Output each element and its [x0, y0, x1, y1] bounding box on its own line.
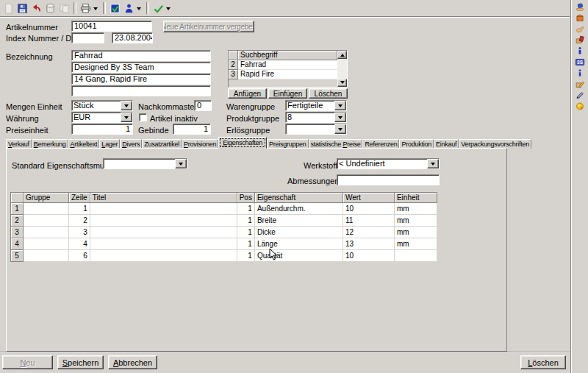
pen-icon[interactable] [574, 90, 585, 100]
hand-icon[interactable] [574, 24, 585, 34]
row-number-cell[interactable]: 2 [229, 60, 238, 70]
table-cell[interactable]: Qualität [254, 250, 343, 262]
werkstoff-combo[interactable]: < Undefiniert [337, 158, 440, 169]
dropdown-arrow-icon[interactable] [121, 113, 132, 122]
table-cell[interactable]: 2 [69, 215, 90, 227]
table-cell[interactable]: mm [394, 203, 437, 215]
suchbegriff-row[interactable]: 3Rapid Fire [229, 70, 337, 79]
table-cell[interactable] [24, 238, 69, 250]
print-icon[interactable] [79, 2, 93, 15]
table-cell[interactable]: 10 [343, 250, 394, 262]
row-number-cell[interactable]: 1 [11, 203, 24, 215]
scroll-down-icon[interactable] [337, 79, 347, 87]
table-cell[interactable] [90, 238, 237, 250]
table-cell[interactable]: 6 [69, 250, 90, 262]
user-icon[interactable] [122, 2, 136, 15]
table-cell[interactable]: 1 [69, 203, 90, 215]
suchbegriff-cell[interactable]: Fahrrad [238, 60, 337, 70]
bezeichnung-field-1[interactable]: Fahrrad [71, 50, 211, 61]
waehrung-combo[interactable]: EUR [71, 112, 133, 123]
confirm-check-icon[interactable] [151, 2, 165, 15]
save-icon[interactable] [15, 2, 29, 15]
suchbegriff-scrollbar[interactable] [337, 51, 347, 87]
info-icon[interactable] [574, 68, 585, 78]
produktgruppe-combo[interactable]: 8 [285, 112, 347, 123]
table-cell[interactable] [24, 203, 69, 215]
table-cell[interactable] [394, 250, 437, 262]
standard-eigenschaftsmuster-combo[interactable] [103, 158, 187, 169]
undo-icon[interactable] [29, 2, 43, 15]
row-number-cell[interactable]: 5 [11, 250, 24, 262]
table-cell[interactable] [24, 250, 69, 262]
erloesgruppe-combo[interactable] [285, 124, 347, 135]
hand-holding-item-icon[interactable] [574, 2, 585, 12]
package-book-icon[interactable] [574, 35, 585, 45]
mengen-einheit-combo[interactable]: Stück [71, 100, 133, 111]
table-cell[interactable]: 12 [343, 227, 394, 238]
table-cell[interactable] [24, 215, 69, 227]
dropdown-arrow-icon[interactable] [121, 101, 132, 110]
table-cell[interactable]: mm [394, 227, 437, 238]
artikelnummer-field[interactable]: 10041 [71, 21, 152, 32]
table-cell[interactable]: Dicke [254, 227, 343, 238]
table-cell[interactable]: mm [394, 238, 437, 250]
validate-checkbox-icon[interactable] [108, 2, 122, 15]
scroll-up-icon[interactable] [337, 51, 347, 59]
nachkommastellen-field[interactable]: 0 [194, 100, 212, 111]
table-cell[interactable]: Breite [254, 215, 343, 227]
bezeichnung-field-3[interactable]: 14 Gang, Rapid Fire [71, 74, 211, 85]
row-number-cell[interactable]: 2 [11, 215, 24, 227]
table-cell[interactable]: 1 [237, 227, 254, 238]
bezeichnung-field-2[interactable]: Designed By 3S Team [71, 62, 211, 73]
table-cell[interactable]: mm [394, 215, 437, 227]
package-edit-icon[interactable] [574, 79, 585, 89]
table-cell[interactable]: Länge [254, 238, 343, 250]
dropdown-arrow-icon[interactable] [334, 101, 346, 110]
gebinde-field[interactable]: 1 [173, 124, 211, 135]
speichern-button[interactable]: Speichern [57, 355, 104, 369]
warengruppe-combo[interactable]: Fertigteile [285, 100, 347, 111]
row-number-cell[interactable]: 3 [229, 70, 238, 79]
abmessungen-field[interactable] [337, 174, 440, 185]
row-number-cell[interactable]: 3 [11, 227, 24, 238]
table-cell[interactable] [90, 250, 237, 262]
suchbegriff-row[interactable]: 2Fahrrad [229, 60, 337, 70]
dropdown-arrow-icon[interactable] [427, 159, 439, 168]
table-cell[interactable]: Außendurchm. [254, 203, 343, 215]
bezeichnung-field-4[interactable] [71, 85, 211, 96]
tab-eigenschaften[interactable]: Eigenschaften [218, 137, 267, 149]
table-cell[interactable]: 1 [237, 203, 254, 215]
dropdown-arrow-icon[interactable] [334, 124, 346, 134]
dropdown-arrow-icon[interactable] [175, 159, 187, 168]
delete-icon[interactable] [43, 2, 57, 15]
dropdown-arrow-icon[interactable] [137, 7, 141, 13]
table-cell[interactable]: 11 [343, 215, 394, 227]
table-cell[interactable]: 3 [69, 227, 90, 238]
dropdown-arrow-icon[interactable] [334, 113, 346, 122]
loeschen-button[interactable]: Löschen [520, 355, 566, 369]
einfuegen-button[interactable]: Einfügen [268, 88, 307, 99]
table-cell[interactable]: 10 [343, 203, 394, 215]
datum-field[interactable]: 23.08.2004 [112, 32, 153, 43]
info-figure-icon[interactable] [574, 46, 585, 56]
table-cell[interactable] [90, 227, 237, 238]
table-cell[interactable] [90, 203, 237, 215]
table-cell[interactable]: 1 [237, 215, 254, 227]
loeschen-button[interactable]: Löschen [309, 88, 348, 99]
row-number-cell[interactable]: 4 [11, 238, 24, 250]
index-nummer-field[interactable] [71, 32, 104, 43]
package-icon[interactable] [574, 13, 585, 23]
gear-ball-icon[interactable] [574, 102, 585, 111]
dropdown-arrow-icon[interactable] [93, 7, 98, 13]
table-cell[interactable] [24, 227, 69, 238]
table-cell[interactable]: 13 [343, 238, 394, 250]
table-cell[interactable]: 1 [237, 238, 254, 250]
abbrechen-button[interactable]: Abbrechen [108, 355, 157, 369]
suchbegriff-cell[interactable]: Rapid Fire [238, 70, 337, 79]
table-cell[interactable]: 1 [237, 250, 254, 262]
preiseinheit-field[interactable]: 1 [71, 124, 133, 135]
artikel-inaktiv-checkbox[interactable] [139, 113, 147, 121]
table-cell[interactable]: 4 [69, 238, 90, 250]
table-cell[interactable] [90, 215, 237, 227]
dropdown-arrow-icon[interactable] [166, 7, 171, 13]
